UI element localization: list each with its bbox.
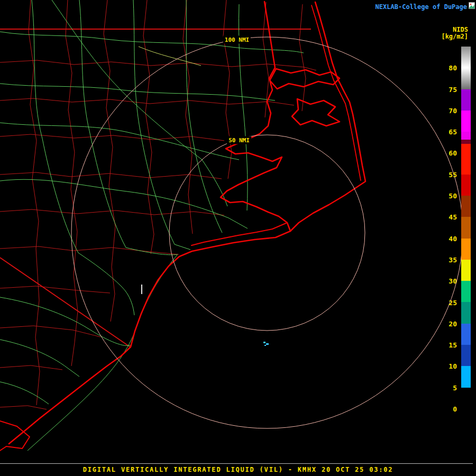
outer-banks-coast (9, 2, 365, 444)
legend-header: NIDS [kg/m2] (441, 26, 468, 40)
colorbar-tick-label: 80 (448, 65, 457, 71)
legend-units-label: [kg/m2] (441, 33, 468, 40)
colorbar-band (461, 217, 471, 238)
colorbar-band (461, 68, 471, 89)
vil-echo (263, 342, 269, 346)
colorbar-band (461, 260, 471, 281)
colorbar-band (461, 388, 471, 409)
barrier-island-inner (312, 5, 361, 180)
page-title: NEXLAB-College of DuPage (376, 3, 467, 11)
colorbar-band (461, 153, 471, 174)
radar-map (0, 0, 476, 476)
colorbar-tick-label: 0 (453, 406, 457, 413)
colorbar-tick-label: 35 (448, 256, 457, 263)
colorbar-band (461, 302, 471, 323)
colorbar (461, 47, 471, 409)
colorbar-band (461, 111, 471, 132)
nexlab-logo-icon (469, 2, 475, 9)
colorbar-band (461, 89, 471, 111)
roads (0, 0, 304, 451)
product-caption: DIGITAL VERTICALLY INTEGRATED LIQUID (VI… (0, 466, 476, 473)
colorbar-tick-label: 40 (448, 235, 457, 242)
colorbar-ticks: 80757065605550454035302520151050 (436, 47, 457, 411)
colorbar-tick-label: 60 (448, 150, 457, 157)
colorbar-tick-label: 50 (448, 193, 457, 199)
state-border-southwest (0, 258, 130, 347)
colorbar-band (461, 132, 471, 153)
southwest-shore-detail (0, 421, 30, 451)
colorbar-band (461, 239, 471, 260)
radar-display: 100 NMI 50 NMI NEXLAB-College of DuPage … (0, 0, 476, 476)
colorbar-band (461, 175, 471, 196)
colorbar-band (461, 366, 471, 387)
estuary-south (292, 99, 340, 126)
colorbar-tick-label: 70 (448, 107, 457, 114)
colorbar-tick-label: 75 (448, 86, 457, 93)
colorbar-tick-label: 20 (448, 320, 457, 327)
colorbar-tick-label: 30 (448, 278, 457, 285)
colorbar-band (461, 281, 471, 302)
ring-label-100nmi: 100 NMI (223, 36, 251, 44)
colorbar-tick-label: 45 (448, 214, 457, 221)
colorbar-band (461, 324, 471, 345)
colorbar-tick-label: 5 (453, 384, 457, 391)
colorbar-tick-label: 65 (448, 129, 457, 135)
colorbar-band (461, 47, 471, 68)
ring-label-50nmi: 50 NMI (227, 136, 251, 144)
colorbar-tick-label: 10 (448, 363, 457, 370)
footer-divider (0, 463, 473, 464)
colorbar-tick-label: 15 (448, 342, 457, 349)
colorbar-tick-label: 55 (448, 171, 457, 178)
colorbar-band (461, 345, 471, 366)
range-ring-50nmi (169, 135, 365, 331)
colorbar-band (461, 196, 471, 217)
colorbar-tick-label: 25 (448, 299, 457, 306)
